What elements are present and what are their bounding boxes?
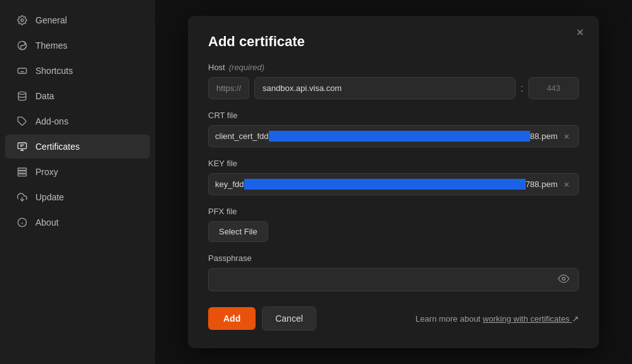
info-icon <box>16 217 28 228</box>
sidebar-item-certificates-label: Certificates <box>35 142 80 152</box>
cancel-button[interactable]: Cancel <box>262 306 316 331</box>
key-name-prefix: key_fdd <box>215 179 244 189</box>
working-with-certificates-link[interactable]: working with certificates <box>483 314 572 324</box>
passphrase-field-group: Passphrase <box>208 253 579 291</box>
svg-point-3 <box>18 92 26 94</box>
passphrase-label: Passphrase <box>208 253 579 263</box>
key-clear-button[interactable]: × <box>561 179 572 190</box>
crt-file-field: client_cert_fdd 88.pem × <box>208 125 579 147</box>
key-file-field: key_fdd 788.pem × <box>208 173 579 195</box>
sidebar-item-themes[interactable]: Themes <box>5 33 150 58</box>
host-input[interactable] <box>254 77 516 99</box>
sidebar-item-shortcuts[interactable]: Shortcuts <box>5 59 150 83</box>
keyboard-icon <box>16 65 28 76</box>
sidebar-item-data[interactable]: Data <box>5 84 150 108</box>
passphrase-row <box>208 268 579 291</box>
database-icon <box>16 90 28 102</box>
download-icon <box>16 191 28 203</box>
svg-point-0 <box>21 19 23 21</box>
add-certificate-dialog: Add certificate Host (required) https://… <box>188 16 599 348</box>
sidebar-item-general-label: General <box>35 15 67 25</box>
sidebar-item-data-label: Data <box>35 91 54 101</box>
crt-file-text: client_cert_fdd 88.pem <box>215 131 557 142</box>
host-row: https:// : <box>208 77 579 99</box>
key-file-text: key_fdd 788.pem <box>215 179 557 190</box>
sidebar-item-proxy-label: Proxy <box>35 167 58 177</box>
main-content: Add certificate Host (required) https://… <box>155 0 632 364</box>
gear-icon <box>16 15 28 26</box>
sidebar-item-shortcuts-label: Shortcuts <box>35 66 73 76</box>
select-file-button[interactable]: Select File <box>208 221 268 242</box>
sidebar-item-certificates[interactable]: Certificates <box>5 135 150 159</box>
crt-name-selected <box>269 131 530 142</box>
sidebar-item-general[interactable]: General <box>5 8 150 32</box>
crt-field-group: CRT file client_cert_fdd 88.pem × <box>208 111 579 147</box>
host-required-text: (required) <box>229 63 264 72</box>
crt-name-prefix: client_cert_fdd <box>215 131 269 141</box>
sidebar-item-about-label: About <box>35 217 59 228</box>
pfx-label: PFX file <box>208 207 579 216</box>
passphrase-input[interactable] <box>215 269 555 291</box>
footer-link-container: Learn more about working with certificat… <box>416 314 579 324</box>
crt-clear-button[interactable]: × <box>561 131 572 142</box>
sidebar-item-proxy[interactable]: Proxy <box>5 160 150 184</box>
host-prefix: https:// <box>208 77 249 99</box>
key-label: KEY file <box>208 159 579 168</box>
footer-text: Learn more about <box>416 314 483 324</box>
sidebar-item-addons-label: Add-ons <box>35 116 68 126</box>
key-name-selected <box>244 179 526 190</box>
sidebar-item-update-label: Update <box>35 192 64 202</box>
svg-point-18 <box>562 277 566 280</box>
sidebar-item-about[interactable]: About <box>5 210 150 234</box>
palette-icon <box>16 40 28 51</box>
svg-rect-6 <box>18 168 26 170</box>
svg-rect-7 <box>18 171 26 173</box>
dialog-footer: Add Cancel Learn more about working with… <box>208 306 579 331</box>
pfx-field-group: PFX file Select File <box>208 207 579 242</box>
sidebar-item-update[interactable]: Update <box>5 185 150 209</box>
proxy-icon <box>16 166 28 178</box>
add-button[interactable]: Add <box>208 307 256 330</box>
host-label: Host (required) <box>208 63 579 72</box>
host-separator: : <box>521 83 523 94</box>
puzzle-icon <box>16 116 28 127</box>
key-name-suffix: 788.pem <box>526 179 558 189</box>
svg-rect-5 <box>18 143 26 149</box>
port-input[interactable] <box>528 77 579 99</box>
host-field-group: Host (required) https:// : <box>208 63 579 99</box>
key-field-group: KEY file key_fdd 788.pem × <box>208 159 579 195</box>
footer-arrow: ↗ <box>572 314 579 324</box>
certificate-icon <box>16 141 28 152</box>
dialog-close-button[interactable] <box>571 25 589 42</box>
show-passphrase-button[interactable] <box>555 270 572 289</box>
dialog-title: Add certificate <box>208 33 579 50</box>
crt-name-suffix: 88.pem <box>530 131 557 141</box>
sidebar-item-addons[interactable]: Add-ons <box>5 109 150 133</box>
sidebar-item-themes-label: Themes <box>35 40 68 51</box>
svg-rect-2 <box>18 68 26 73</box>
crt-label: CRT file <box>208 111 579 120</box>
svg-rect-8 <box>18 174 26 176</box>
sidebar: General Themes Shortcuts Data <box>0 0 155 364</box>
